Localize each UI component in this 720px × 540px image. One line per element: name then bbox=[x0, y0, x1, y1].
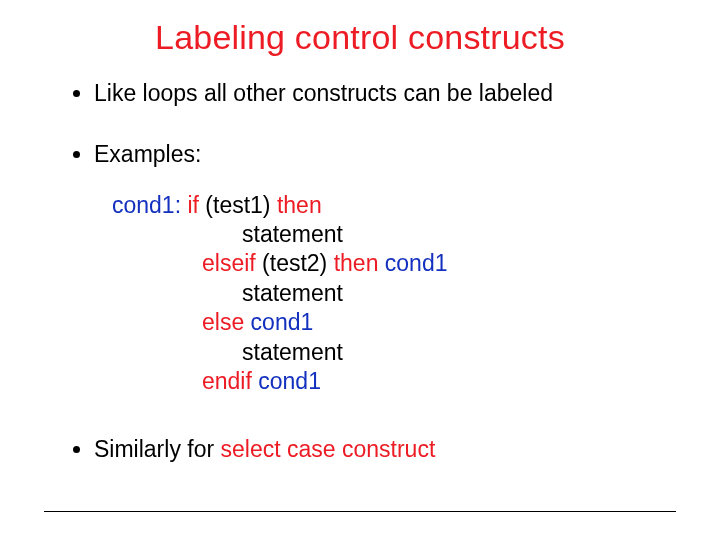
code-line-7: endif cond1 bbox=[112, 367, 680, 396]
code-example: cond1: if (test1) then statement elseif … bbox=[112, 191, 680, 397]
footer-rule bbox=[44, 511, 676, 512]
bullet-item-1: Like loops all other constructs can be l… bbox=[94, 79, 680, 108]
label-cond1-2: cond1 bbox=[385, 250, 448, 276]
kw-else: else bbox=[202, 309, 251, 335]
bullet3-text: Similarly for bbox=[94, 436, 221, 462]
kw-elseif: elseif bbox=[202, 250, 262, 276]
label-cond1-3: cond1 bbox=[251, 309, 314, 335]
code-line-6: statement bbox=[112, 338, 680, 367]
bullet-item-3: Similarly for select case construct bbox=[94, 435, 680, 464]
slide: Labeling control constructs Like loops a… bbox=[0, 0, 720, 540]
kw-then-2: then bbox=[334, 250, 385, 276]
code-line-5: else cond1 bbox=[112, 308, 680, 337]
kw-then: then bbox=[277, 192, 322, 218]
code-line-3: elseif (test2) then cond1 bbox=[112, 249, 680, 278]
kw-if: if bbox=[181, 192, 205, 218]
bullet-list: Like loops all other constructs can be l… bbox=[40, 79, 680, 169]
code-line-1: cond1: if (test1) then bbox=[112, 191, 680, 220]
code-line-2: statement bbox=[112, 220, 680, 249]
label-cond1-4: cond1 bbox=[258, 368, 321, 394]
bullet-item-2: Examples: bbox=[94, 140, 680, 169]
slide-title: Labeling control constructs bbox=[40, 18, 680, 57]
test1: (test1) bbox=[205, 192, 277, 218]
test2: (test2) bbox=[262, 250, 334, 276]
kw-endif: endif bbox=[202, 368, 258, 394]
label-cond1: cond1: bbox=[112, 192, 181, 218]
select-case-text: select case construct bbox=[221, 436, 436, 462]
bullet-list-2: Similarly for select case construct bbox=[40, 435, 680, 464]
code-line-4: statement bbox=[112, 279, 680, 308]
